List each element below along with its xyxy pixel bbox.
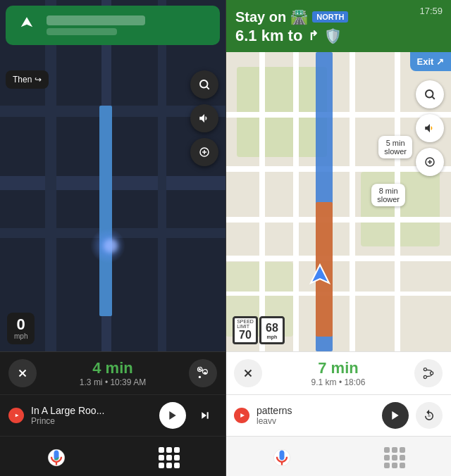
right-music-service-icon	[234, 408, 249, 423]
speed-limit-label: SPEEDLIMIT	[237, 319, 254, 329]
right-trip-bar: 7 min 9.1 km • 18:06	[226, 351, 451, 394]
trip-time: 4 min	[42, 359, 183, 377]
right-music-artist: leavv	[257, 416, 375, 426]
svg-point-17	[426, 90, 433, 98]
then-arrow-icon: ↪	[35, 75, 42, 84]
volume-button[interactable]	[190, 104, 218, 132]
right-music-info: patterns leavv	[257, 405, 375, 426]
right-direction-header: 17:59 Stay on 🛣️ NORTH 6.1 km to ↱ 🛡️	[226, 0, 451, 52]
right-trip-info: 7 min 9.1 km • 18:06	[268, 359, 409, 387]
svg-text:30: 30	[428, 415, 431, 418]
direction-detail-blurred	[47, 28, 117, 35]
right-trip-arrival: 18:06	[344, 377, 365, 387]
speed-limit-value: 70	[239, 329, 252, 342]
trip-arrival: 10:39 AM	[110, 377, 146, 387]
right-add-stop-button[interactable]	[416, 148, 444, 176]
current-speed-value: 68	[266, 322, 278, 334]
map-background	[0, 0, 226, 351]
search-button[interactable]	[190, 70, 218, 99]
svg-point-7	[199, 368, 201, 370]
right-map-controls	[416, 80, 444, 176]
r-apps-dot-9	[400, 463, 405, 468]
apps-dot-2	[166, 447, 172, 453]
direction-banner	[6, 6, 220, 45]
close-button[interactable]	[8, 359, 37, 387]
exit-label: Exit	[417, 56, 434, 67]
highway-direction: NORTH	[316, 13, 344, 21]
apps-dot-6	[174, 455, 180, 461]
exit-button[interactable]: Exit ↗	[410, 52, 451, 71]
r-apps-dot-6	[400, 455, 405, 461]
left-trip-bar: 4 min 1.3 mi • 10:39 AM	[0, 351, 226, 394]
svg-point-26	[431, 372, 433, 375]
left-music-bar: In A Large Roo... Prince	[0, 394, 226, 436]
r-apps-dot-2	[392, 447, 397, 453]
google-assistant-button[interactable]	[42, 444, 70, 472]
r-apps-dot-5	[392, 455, 397, 461]
r-apps-dot-7	[384, 463, 390, 468]
speed-indicator: 0 mph	[7, 313, 35, 344]
traffic-badge-2: 8 minslower	[371, 184, 405, 206]
svg-marker-29	[392, 411, 398, 420]
current-speed-sign: 68 mph	[259, 316, 285, 344]
apps-dot-8	[166, 463, 172, 468]
traffic-badge-1: 5 minslower	[378, 136, 412, 158]
highway-icon: 🛣️	[290, 8, 308, 25]
current-speed-unit: mph	[267, 334, 278, 339]
speed-unit: mph	[14, 332, 27, 340]
play-button[interactable]	[159, 402, 186, 429]
svg-point-25	[424, 368, 426, 371]
right-close-button[interactable]	[234, 359, 262, 387]
right-trip-distance: 9.1 km	[311, 377, 337, 387]
direction-bottom-row: 6.1 km to ↱ 🛡️	[235, 27, 441, 45]
replay-30-button[interactable]: 30	[416, 402, 443, 429]
svg-marker-28	[240, 413, 245, 418]
route-options-button[interactable]	[189, 359, 217, 387]
apps-button[interactable]	[155, 444, 183, 472]
right-apps-button[interactable]	[381, 444, 409, 472]
apps-dot-3	[174, 447, 180, 453]
trip-details: 1.3 mi • 10:39 AM	[42, 377, 183, 387]
svg-point-8	[204, 372, 206, 374]
r-apps-dot-4	[384, 455, 390, 461]
right-search-button[interactable]	[416, 80, 444, 108]
speed-value: 0	[14, 317, 27, 332]
traffic-text-1: 5 minslower	[384, 139, 407, 156]
right-play-button[interactable]	[382, 402, 409, 429]
svg-point-27	[424, 375, 426, 378]
r-apps-dot-8	[392, 463, 397, 468]
then-label: Then ↪	[6, 70, 49, 89]
right-bottom-nav	[226, 436, 451, 476]
svg-marker-13	[202, 412, 206, 418]
left-map-area: Then ↪	[0, 0, 226, 351]
right-trip-time: 7 min	[268, 359, 409, 377]
right-google-assistant-button[interactable]	[268, 444, 296, 472]
right-route-options-button[interactable]	[414, 359, 443, 387]
next-track-button[interactable]	[193, 403, 217, 427]
left-map-controls	[190, 70, 218, 166]
apps-dot-7	[159, 463, 164, 468]
direction-text	[47, 15, 211, 35]
music-title: In A Large Roo...	[31, 405, 152, 416]
direction-arrow-icon	[14, 13, 39, 38]
apps-dot-4	[159, 455, 164, 461]
svg-marker-12	[169, 411, 175, 420]
stay-on-text: Stay on	[235, 9, 286, 25]
highway-badge: NORTH	[312, 11, 348, 23]
add-stop-button[interactable]	[190, 138, 218, 166]
direction-top-row: Stay on 🛣️ NORTH	[235, 8, 441, 25]
right-map-area: Exit ↗ 5 minslower 8 minslower	[226, 52, 451, 351]
right-volume-button[interactable]	[416, 114, 444, 142]
right-music-title: patterns	[257, 405, 375, 416]
turn-icon: ↱	[308, 28, 319, 44]
svg-marker-16	[311, 265, 329, 283]
music-service-icon	[8, 408, 24, 423]
right-music-bar: patterns leavv 30	[226, 394, 451, 436]
svg-point-0	[200, 80, 208, 88]
apps-dot-5	[166, 455, 172, 461]
speed-limit-sign: SPEEDLIMIT 70	[233, 316, 258, 344]
right-trip-details: 9.1 km • 18:06	[268, 377, 409, 387]
trip-distance: 1.3 mi	[80, 377, 103, 387]
music-info: In A Large Roo... Prince	[31, 405, 152, 426]
then-text: Then	[13, 75, 32, 84]
